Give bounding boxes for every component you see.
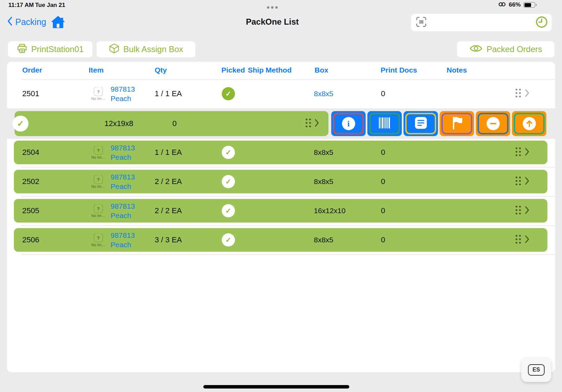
bulk-assign-label: Bulk Assign Box	[123, 44, 183, 54]
flag-action-button[interactable]	[440, 111, 474, 136]
drag-handle-icon[interactable]	[515, 147, 521, 158]
info-action-button[interactable]: i	[331, 111, 366, 136]
row-chevron-icon[interactable]	[525, 177, 529, 186]
no-image-icon	[94, 146, 103, 155]
move-up-action-button[interactable]	[512, 111, 546, 136]
no-image-placeholder: No Im…	[87, 175, 109, 189]
box-value[interactable]: 8x8x5	[314, 236, 333, 244]
box-link[interactable]: 8x8x5	[314, 90, 333, 98]
row-chevron-icon[interactable]	[525, 206, 529, 216]
item-sku[interactable]: 987813	[111, 231, 135, 240]
keyboard-language-badge[interactable]: ES	[521, 358, 551, 382]
history-clock-icon[interactable]	[535, 16, 548, 30]
divider	[21, 167, 555, 167]
row-chevron-icon[interactable]	[315, 119, 319, 128]
drag-handle-icon[interactable]	[515, 205, 521, 216]
box-value[interactable]: 12x19x8	[93, 119, 145, 128]
divider	[21, 196, 555, 197]
item-link[interactable]: 987813 Peach	[111, 172, 135, 191]
header-picked[interactable]: Picked	[221, 66, 245, 74]
barcode-scan-icon[interactable]	[415, 16, 427, 29]
keyboard-language-label: ES	[528, 364, 545, 376]
no-image-placeholder: No Im…	[87, 87, 109, 101]
hotspot-icon	[498, 2, 506, 8]
battery-percent: 66%	[509, 1, 521, 8]
multitask-dots-indicator[interactable]	[0, 4, 545, 10]
barcode-icon	[378, 117, 391, 131]
item-sku[interactable]: 987813	[111, 84, 135, 94]
packed-orders-label: Packed Orders	[487, 44, 542, 54]
print-docs-count: 0	[375, 206, 391, 215]
print-docs-count: 0	[375, 235, 391, 244]
item-link[interactable]: 987813 Peach	[111, 231, 135, 249]
item-sku[interactable]: 987813	[111, 172, 135, 182]
picked-check-icon[interactable]	[222, 233, 235, 247]
item-name[interactable]: Peach	[111, 211, 135, 220]
picked-check-icon[interactable]	[222, 175, 235, 188]
scan-search-field[interactable]	[411, 14, 552, 31]
item-name[interactable]: Peach	[111, 94, 135, 103]
qty-value: 2 / 2 EA	[155, 206, 182, 215]
box-value[interactable]: 8x8x5	[314, 148, 333, 157]
header-ship-method[interactable]: Ship Method	[248, 66, 292, 74]
printer-icon	[17, 43, 27, 56]
qty-value: 1 / 1 EA	[155, 148, 182, 157]
move-up-icon	[523, 117, 536, 130]
item-link[interactable]: 987813 Peach	[111, 143, 135, 162]
order-number: 2505	[22, 206, 39, 215]
picked-check-icon[interactable]	[222, 146, 235, 159]
table-row-2504[interactable]: 2504 No Im… 987813 Peach 1 / 1 EA 8x8x5 …	[14, 141, 547, 164]
drag-handle-icon[interactable]	[515, 176, 521, 187]
order-number: 2504	[22, 148, 39, 157]
row-chevron-icon[interactable]	[525, 148, 529, 157]
header-qty[interactable]: Qty	[155, 66, 167, 74]
row-chevron-icon[interactable]	[525, 235, 529, 245]
remove-action-button[interactable]	[476, 111, 510, 136]
order-number: 2506	[22, 235, 39, 244]
picked-check-icon[interactable]	[222, 87, 235, 100]
row-chevron-icon[interactable]	[525, 89, 529, 99]
info-icon: i	[342, 117, 355, 130]
bulk-assign-box-button[interactable]: Bulk Assign Box	[97, 41, 195, 57]
item-link[interactable]: 987813 Peach	[111, 201, 135, 220]
picked-check-icon[interactable]	[13, 116, 28, 132]
item-name[interactable]: Peach	[111, 152, 135, 162]
no-image-placeholder: No Im…	[87, 146, 109, 159]
packed-orders-button[interactable]: Packed Orders	[457, 41, 554, 57]
table-row-2505[interactable]: 2505 No Im… 987813 Peach 2 / 2 EA 16x12x…	[14, 199, 547, 223]
header-notes[interactable]: Notes	[447, 66, 467, 74]
table-row-2501[interactable]: 2501 No Im… 987813 Peach 1 / 1 EA 8x8x5 …	[14, 80, 547, 108]
item-sku[interactable]: 987813	[111, 143, 135, 152]
divider	[21, 255, 555, 255]
item-link[interactable]: 987813 Peach	[111, 84, 135, 103]
drag-handle-icon[interactable]	[515, 88, 521, 99]
table-row-swiped[interactable]: 12x19x8 0	[15, 111, 328, 136]
table-row-2502[interactable]: 2502 No Im… 987813 Peach 2 / 2 EA 8x8x5 …	[14, 170, 547, 193]
drag-handle-icon[interactable]	[305, 118, 311, 129]
home-indicator[interactable]	[203, 385, 349, 389]
barcode-action-button[interactable]	[367, 111, 402, 136]
item-sku[interactable]: 987813	[111, 201, 135, 211]
packone-screen: 11:17 AM Tue Jan 21 66% Packing PackOne …	[0, 0, 562, 392]
drag-handle-icon[interactable]	[515, 234, 521, 245]
header-box[interactable]: Box	[315, 66, 328, 74]
box-value[interactable]: 8x8x5	[314, 177, 333, 186]
picked-check-icon[interactable]	[222, 204, 235, 217]
item-name[interactable]: Peach	[111, 240, 135, 249]
order-number: 2501	[22, 89, 39, 98]
header-print-docs[interactable]: Print Docs	[381, 66, 417, 74]
notes-action-button[interactable]	[404, 111, 438, 136]
header-order[interactable]: Order	[22, 66, 42, 74]
item-name[interactable]: Peach	[111, 182, 135, 191]
header-item[interactable]: Item	[89, 66, 104, 74]
box-value[interactable]: 16x12x10	[314, 207, 345, 215]
remove-icon	[487, 117, 500, 130]
no-image-icon	[94, 175, 103, 184]
battery-icon	[523, 2, 537, 8]
table-row-2506[interactable]: 2506 No Im… 987813 Peach 3 / 3 EA 8x8x5 …	[14, 228, 547, 252]
order-number: 2502	[22, 177, 39, 186]
print-station-button[interactable]: PrintStation01	[8, 41, 92, 57]
no-image-placeholder: No Im…	[87, 204, 109, 218]
scan-input[interactable]	[427, 14, 535, 31]
print-docs-count: 0	[375, 89, 391, 98]
